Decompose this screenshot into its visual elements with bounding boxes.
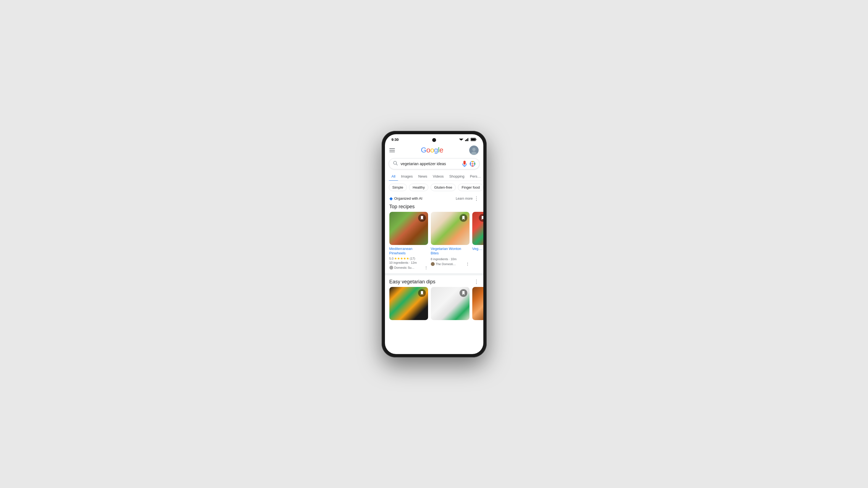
svg-point-17 [471,163,474,165]
google-logo: Google [421,146,443,154]
svg-rect-18 [472,161,473,162]
svg-rect-1 [465,140,466,141]
bookmark-pinwheels[interactable] [418,214,426,222]
tab-videos[interactable]: Videos [430,172,446,181]
bookmark-icon [420,216,424,220]
recipe-img-pinwheels [390,212,428,245]
phone-screen: 9:30 [385,134,483,354]
recipe-title-partial: Veg… [472,247,483,251]
ai-diamond-icon: ◆ [390,196,393,201]
recipe-cards-container: Mediterranean Pinwheels 5.0 ★★★★★ (17) 1… [385,212,483,273]
bookmark-icon [481,216,483,220]
tab-all[interactable]: All [389,172,398,181]
dip-img-2 [431,287,469,320]
cook-time-wontons: 10m [451,257,457,261]
search-query: vegetarian appetizer ideas [401,162,462,166]
svg-point-22 [390,266,393,269]
status-icons [459,138,477,141]
ingredients-count: 10 ingredients [390,261,408,264]
search-actions [462,161,475,167]
recipe-meta-wontons: 8 ingredients · 10m [431,257,469,261]
source-info-pinwheels: Domestic Su… [390,266,414,269]
recipe-card-partial[interactable]: Veg… [472,212,483,270]
bookmark-wontons[interactable] [460,214,467,222]
battery-icon [471,138,477,141]
dip-card-3-partial[interactable] [472,287,483,320]
recipe-card-pinwheels[interactable]: Mediterranean Pinwheels 5.0 ★★★★★ (17) 1… [390,212,428,270]
source-avatar-pinwheels [390,266,393,269]
avatar[interactable] [469,145,478,155]
ai-more-icon[interactable]: ⋮ [474,196,479,202]
ai-label: ◆ Organized with AI [390,196,423,201]
recipe-title-pinwheels: Mediterranean Pinwheels [390,247,428,256]
ai-section-header: ◆ Organized with AI Learn more ⋮ [385,194,483,203]
phone-frame: 9:30 [382,131,487,357]
wifi-icon [459,138,463,141]
bookmark-dip1[interactable] [418,289,426,297]
tab-shopping[interactable]: Shopping [446,172,467,181]
status-bar: 9:30 [385,134,483,143]
search-tabs: All Images News Videos Shopping Pers… [385,172,483,181]
dip-cards-container [385,287,483,323]
main-content: Google vegetaria [385,143,483,354]
section-divider [385,273,483,275]
card-more-wontons[interactable]: ⋮ [466,262,469,266]
review-count: (17) [410,257,415,260]
bookmark-icon [462,216,465,220]
menu-button[interactable] [390,148,395,152]
top-bar: Google [385,143,483,157]
svg-rect-20 [472,165,473,166]
chip-healthy[interactable]: Healthy [409,184,428,191]
stars-icon: ★★★★★ [394,257,409,260]
tab-news[interactable]: News [415,172,430,181]
voice-icon[interactable] [462,161,467,167]
dip-card-1[interactable] [390,287,428,320]
cook-time: 12m [411,261,417,264]
search-bar[interactable]: vegetarian appetizer ideas [389,158,479,169]
ai-label-text: Organized with AI [394,196,423,200]
svg-rect-7 [471,139,475,140]
recipe-img-partial [472,212,483,245]
lens-icon[interactable] [470,161,475,166]
chip-finger-food[interactable]: Finger food [458,184,483,191]
card-more-pinwheels[interactable]: ⋮ [424,265,428,270]
signal-icon [465,138,469,141]
dip-img-3 [472,287,483,320]
svg-rect-6 [475,139,476,140]
recipe-meta-pinwheels: 10 ingredients · 12m [390,261,428,264]
svg-rect-13 [463,161,466,165]
svg-line-12 [396,164,397,165]
status-time: 9:30 [392,137,399,142]
dips-section-title: Easy vegetarian dips [390,279,436,285]
learn-more-link[interactable]: Learn more [456,197,472,200]
bookmark-dip2[interactable] [460,289,467,297]
source-name-pinwheels: Domestic Su… [394,266,414,269]
dips-more-icon[interactable]: ⋮ [474,279,479,285]
chip-gluten-free[interactable]: Gluten-free [431,184,456,191]
recipe-source-pinwheels: Domestic Su… ⋮ [390,265,428,270]
avatar-icon [469,145,478,155]
recipe-card-wontons[interactable]: Vegetarian Wonton Bites 8 ingredients · … [431,212,469,270]
bookmark-icon [420,291,424,295]
ingredients-count-wontons: 8 ingredients [431,257,448,261]
dip-card-2[interactable] [431,287,469,320]
source-name-wontons: The Domesti… [436,262,456,266]
source-avatar-wontons [431,262,435,266]
filter-chips: Simple Healthy Gluten-free Finger food [385,181,483,194]
source-info-wontons: The Domesti… [431,262,456,266]
recipe-title-wontons: Vegetarian Wonton Bites [431,247,469,256]
svg-rect-19 [474,163,475,165]
svg-rect-2 [466,139,467,141]
dip-img-1 [390,287,428,320]
recipe-img-wontons [431,212,469,245]
rating-value: 5.0 [390,257,394,260]
tab-images[interactable]: Images [398,172,415,181]
recipe-source-wontons: The Domesti… ⋮ [431,262,469,266]
tab-personal[interactable]: Pers… [467,172,483,181]
svg-point-23 [431,262,435,266]
dips-section-header: Easy vegetarian dips ⋮ [385,275,483,287]
top-recipes-title: Top recipes [385,203,483,212]
ai-actions: Learn more ⋮ [456,196,478,202]
svg-marker-0 [459,139,463,140]
chip-simple[interactable]: Simple [389,184,407,191]
